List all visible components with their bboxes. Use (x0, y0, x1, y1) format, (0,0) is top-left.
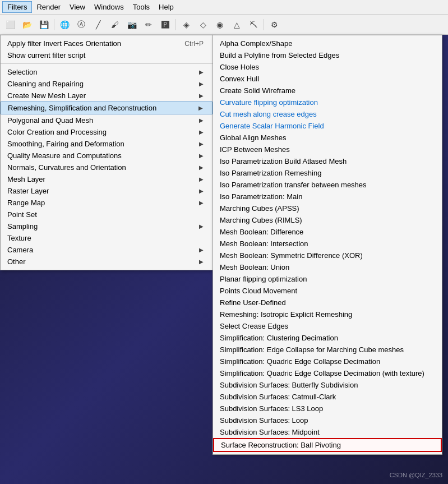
menu-item-cleaning-and-repairing[interactable]: Cleaning and Repairing▶ (1, 78, 213, 90)
menu-item-normals,-curvatures-and-orientation[interactable]: Normals, Curvatures and Orientation▶ (1, 162, 213, 173)
submenu-item-planar-flipping-optimization[interactable]: Planar flipping optimization (213, 273, 442, 285)
submenu-item-refine-user-defined[interactable]: Refine User-Defined (213, 297, 442, 308)
toolbar-btn-slash[interactable]: ╱ (90, 17, 106, 33)
submenu-item-surface-reconstruction-ball-pivoting[interactable]: Surface Reconstruction: Ball Pivoting (213, 438, 442, 452)
toolbar-btn-p-icon[interactable]: 🅿 (158, 17, 173, 33)
submenu-item-mesh-boolean-symmetric-difference-xor-[interactable]: Mesh Boolean: Symmetric Difference (XOR) (213, 250, 442, 261)
submenu-item-close-holes[interactable]: Close Holes (213, 61, 442, 73)
remeshing-submenu: Alpha Complex/ShapeBuild a Polyline from… (213, 35, 442, 455)
menu-item-smoothing,-fairing-and-deformation[interactable]: Smoothing, Fairing and Deformation▶ (1, 138, 213, 150)
watermark: CSDN @QIZ_2333 (390, 472, 442, 478)
menu-top-item[interactable]: Show current filter script (1, 49, 213, 61)
menubar-item-render[interactable]: Render (32, 2, 65, 12)
menu-item-other[interactable]: Other▶ (1, 256, 213, 268)
submenu-item-subdivision-surfaces-catmull-clark[interactable]: Subdivision Surfaces: Catmull-Clark (213, 391, 442, 403)
submenu-item-remeshing-isotropic-explicit-remeshing[interactable]: Remeshing: Isotropic Explicit Remeshing (213, 308, 442, 320)
submenu-item-curvature-flipping-optimization[interactable]: Curvature flipping optimization (213, 96, 442, 108)
main-area: Apply filter Invert Faces OrientationCtr… (0, 35, 448, 484)
toolbar-btn-new[interactable]: ⬜ (2, 17, 18, 33)
menubar: FiltersRenderViewWindowsToolsHelp (0, 0, 448, 15)
submenu-item-build-a-polyline-from-selected-edges[interactable]: Build a Polyline from Selected Edges (213, 49, 442, 61)
submenu-item-mesh-boolean-intersection[interactable]: Mesh Boolean: Intersection (213, 238, 442, 250)
toolbar-btn-camera[interactable]: 📷 (124, 17, 140, 33)
menubar-item-tools[interactable]: Tools (128, 2, 154, 12)
submenu-item-iso-parametrization-main[interactable]: Iso Parametrization: Main (213, 191, 442, 202)
menubar-item-filters[interactable]: Filters (2, 1, 32, 13)
submenu-item-iso-parametrization-remeshing[interactable]: Iso Parametrization Remeshing (213, 167, 442, 179)
submenu-item-subdivision-surfaces-ls3-loop[interactable]: Subdivision Surfaces: LS3 Loop (213, 403, 442, 414)
menu-divider (1, 63, 213, 64)
menu-item-camera[interactable]: Camera▶ (1, 244, 213, 256)
toolbar-btn-pencil[interactable]: ✏ (141, 17, 156, 33)
submenu-item-convex-hull[interactable]: Convex Hull (213, 73, 442, 85)
toolbar-btn-save[interactable]: 💾 (36, 17, 52, 33)
submenu-item-mesh-boolean-difference[interactable]: Mesh Boolean: Difference (213, 226, 442, 238)
submenu-item-iso-parametrization-build-atlased-mesh[interactable]: Iso Parametrization Build Atlased Mesh (213, 155, 442, 167)
toolbar-btn-d2[interactable]: ◇ (195, 17, 211, 33)
menu-item-sampling[interactable]: Sampling▶ (1, 220, 213, 232)
toolbar-btn-c1[interactable]: ◉ (212, 17, 228, 33)
submenu-item-global-align-meshes[interactable]: Global Align Meshes (213, 132, 442, 144)
menu-item-polygonal-and-quad-mesh[interactable]: Polygonal and Quad Mesh▶ (1, 114, 213, 126)
menubar-item-view[interactable]: View (65, 2, 90, 12)
toolbar-separator (264, 19, 264, 30)
submenu-item-select-crease-edges[interactable]: Select Crease Edges (213, 320, 442, 332)
toolbar-separator (54, 19, 54, 30)
toolbar: ⬜📂💾🌐Ⓐ╱🖌📷✏🅿◈◇◉△⛏⚙ (0, 15, 448, 35)
submenu-item-mesh-boolean-union[interactable]: Mesh Boolean: Union (213, 261, 442, 273)
submenu-item-create-solid-wireframe[interactable]: Create Solid Wireframe (213, 85, 442, 96)
toolbar-btn-paint[interactable]: 🖌 (107, 17, 123, 33)
toolbar-btn-a-icon[interactable]: Ⓐ (73, 17, 89, 33)
menu-item-raster-layer[interactable]: Raster Layer▶ (1, 185, 213, 197)
submenu-item-iso-parametrization-transfer-between-meshes[interactable]: Iso Parametrization transfer between mes… (213, 179, 442, 191)
submenu-item-marching-cubes-apss-[interactable]: Marching Cubes (APSS) (213, 202, 442, 214)
toolbar-btn-gear[interactable]: ⚙ (266, 17, 282, 33)
submenu-item-points-cloud-movement[interactable]: Points Cloud Movement (213, 285, 442, 297)
menu-item-texture[interactable]: Texture (1, 232, 213, 244)
toolbar-btn-pick[interactable]: ⛏ (246, 17, 261, 33)
submenu-item-subdivision-surfaces-loop[interactable]: Subdivision Surfaces: Loop (213, 414, 442, 426)
submenu-item-subdivision-surfaces-midpoint[interactable]: Subdivision Surfaces: Midpoint (213, 426, 442, 438)
submenu-item-simplification-quadric-edge-collapse-decimation[interactable]: Simplification: Quadric Edge Collapse De… (213, 356, 442, 367)
menu-item-mesh-layer[interactable]: Mesh Layer▶ (1, 173, 213, 185)
menu-item-selection[interactable]: Selection▶ (1, 66, 213, 78)
toolbar-separator (175, 19, 176, 30)
menu-item-create-new-mesh-layer[interactable]: Create New Mesh Layer▶ (1, 90, 213, 102)
submenu-item-alpha-complex-shape[interactable]: Alpha Complex/Shape (213, 38, 442, 49)
menu-top-item[interactable]: Apply filter Invert Faces OrientationCtr… (1, 38, 213, 49)
toolbar-btn-tri[interactable]: △ (229, 17, 244, 33)
toolbar-btn-open[interactable]: 📂 (19, 17, 35, 33)
menu-item-remeshing,-simplification-and-reconstruction[interactable]: Remeshing, Simplification and Reconstruc… (1, 102, 213, 114)
menubar-item-help[interactable]: Help (154, 2, 178, 12)
menu-item-point-set[interactable]: Point Set (1, 209, 213, 220)
submenu-item-cut-mesh-along-crease-edges[interactable]: Cut mesh along crease edges (213, 108, 442, 120)
submenu-item-icp-between-meshes[interactable]: ICP Between Meshes (213, 144, 442, 155)
menu-item-range-map[interactable]: Range Map▶ (1, 197, 213, 209)
menu-item-color-creation-and-processing[interactable]: Color Creation and Processing▶ (1, 126, 213, 138)
submenu-item-simplification-quadric-edge-collapse-decimation-with-texture-[interactable]: Simplification: Quadric Edge Collapse De… (213, 367, 442, 379)
menubar-item-windows[interactable]: Windows (90, 2, 128, 12)
submenu-item-generate-scalar-harmonic-field[interactable]: Generate Scalar Harmonic Field (213, 120, 442, 132)
toolbar-btn-globe[interactable]: 🌐 (57, 17, 72, 33)
toolbar-btn-d1[interactable]: ◈ (178, 17, 194, 33)
menu-item-quality-measure-and-computations[interactable]: Quality Measure and Computations▶ (1, 150, 213, 162)
filters-dropdown: Apply filter Invert Faces OrientationCtr… (0, 35, 213, 270)
submenu-item-simplification-edge-collapse-for-marching-cube-meshes[interactable]: Simplification: Edge Collapse for Marchi… (213, 344, 442, 356)
submenu-item-simplification-clustering-decimation[interactable]: Simplification: Clustering Decimation (213, 332, 442, 344)
submenu-item-subdivision-surfaces-butterfly-subdivision[interactable]: Subdivision Surfaces: Butterfly Subdivis… (213, 379, 442, 391)
submenu-item-marching-cubes-rimls-[interactable]: Marching Cubes (RIMLS) (213, 214, 442, 226)
